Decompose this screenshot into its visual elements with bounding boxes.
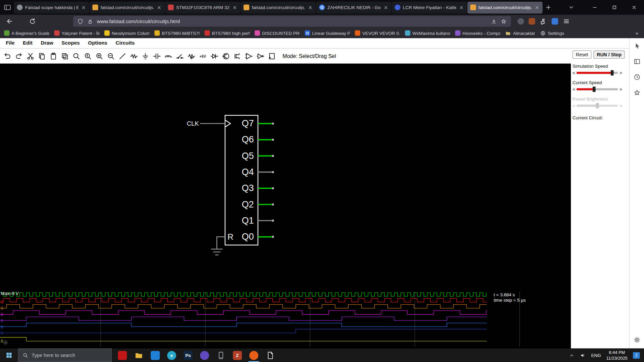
tab-close-icon[interactable]	[383, 5, 388, 10]
bookmark-item[interactable]: DISCOUNTED PRODU...	[255, 31, 300, 36]
tab-close-icon[interactable]	[232, 5, 237, 10]
language-indicator[interactable]: ENG	[591, 353, 601, 358]
bookmark-item[interactable]: WxMaxima kullanımı ...	[405, 31, 450, 36]
zoom-in-icon[interactable]	[95, 52, 103, 60]
slider-thumb[interactable]	[593, 86, 596, 92]
circuit-drawing[interactable]: CLKQ7Q6Q5Q4Q3Q2Q1Q0R	[0, 64, 571, 292]
bookmark-item[interactable]: Yalçıner Patent - İletişi...	[54, 31, 100, 36]
paste-icon[interactable]	[49, 52, 57, 60]
menu-item-draw[interactable]: Draw	[38, 40, 56, 46]
tracking-shield-icon[interactable]	[77, 18, 83, 24]
undo-icon[interactable]	[3, 52, 11, 60]
tab-close-icon[interactable]	[459, 5, 464, 10]
zoom-fit-icon[interactable]	[72, 52, 80, 60]
browser-tab[interactable]: falstad.com/circuit/circuitjs.htm	[467, 1, 542, 13]
bookmark-item[interactable]: Neodymium Columns...	[104, 31, 150, 36]
browser-tab[interactable]: GZAHIRECILIK NEDIR - Google'da	[316, 1, 391, 13]
bookmark-item[interactable]: Hooseeks - Compare ...	[455, 31, 500, 36]
reload-button[interactable]	[29, 18, 36, 25]
bookmark-item[interactable]: Alinacaklar	[505, 30, 535, 36]
bookmark-item[interactable]: BTS7960 high perform...	[205, 31, 250, 36]
menu-item-scopes[interactable]: Scopes	[59, 40, 82, 46]
back-button[interactable]	[6, 18, 13, 25]
tab-close-icon[interactable]	[534, 5, 540, 10]
bookmarks-star-icon[interactable]	[633, 89, 641, 97]
taskbar-search[interactable]	[18, 349, 112, 362]
run-stop-button[interactable]: RUN / Stop	[593, 51, 625, 59]
capacitor-icon[interactable]	[153, 52, 161, 60]
sidebar-panels-icon[interactable]	[633, 58, 641, 65]
taskbar-clock[interactable]: 6:44 PM 11/23/2025	[606, 350, 628, 361]
resistor-icon[interactable]	[130, 52, 138, 60]
settings-gear-icon[interactable]	[633, 336, 641, 344]
simulation-speed-slider[interactable]	[577, 72, 618, 74]
tab-close-icon[interactable]	[157, 5, 162, 10]
sidebar-extension-button[interactable]	[551, 18, 558, 25]
lock-icon[interactable]	[87, 18, 93, 24]
window-maximize-button[interactable]	[604, 0, 624, 15]
url-text[interactable]: www.falstad.com/circuit/circuitjs.html	[97, 18, 487, 24]
copy-icon[interactable]	[38, 52, 46, 60]
extension-button-1[interactable]	[518, 18, 524, 25]
pin-terminal-q5[interactable]	[272, 155, 274, 157]
browser-tab[interactable]: falstad.com/circuit/circuitjs.htm	[241, 1, 316, 13]
browser-tab[interactable]: LCR Metre Fiyatları - Kaliteli Mar	[392, 1, 467, 13]
menu-item-edit[interactable]: Edit	[20, 40, 35, 46]
current-speed-slider[interactable]	[577, 88, 618, 90]
switch-icon[interactable]	[176, 52, 184, 60]
your-phone-taskbar-button[interactable]	[213, 349, 229, 362]
start-button[interactable]	[0, 349, 18, 362]
extension-button-2[interactable]	[529, 18, 535, 25]
tab-list-chevron-button[interactable]	[566, 2, 577, 13]
bookmark-item[interactable]: Settings	[540, 30, 564, 36]
zoom-out-icon[interactable]	[107, 52, 115, 60]
pin-terminal-q0[interactable]	[272, 236, 274, 238]
reset-button[interactable]: Reset	[573, 51, 591, 59]
app-z-taskbar-button[interactable]: Z	[229, 349, 246, 362]
reset-wire[interactable]	[217, 237, 225, 249]
opamp-icon[interactable]	[245, 52, 253, 60]
menu-item-circuits[interactable]: Circuits	[113, 40, 137, 46]
app-red-taskbar-button[interactable]	[114, 349, 130, 362]
menu-item-options[interactable]: Options	[86, 40, 110, 46]
pin-terminal-q6[interactable]	[272, 139, 274, 141]
pin-terminal-q2[interactable]	[272, 203, 274, 205]
window-minimize-button[interactable]	[585, 0, 605, 15]
app-doc-taskbar-button[interactable]	[262, 349, 278, 362]
search-input[interactable]	[32, 352, 99, 358]
slider-thumb[interactable]	[596, 103, 599, 108]
url-bar[interactable]: www.falstad.com/circuit/circuitjs.html	[73, 16, 511, 27]
menu-item-file[interactable]: File	[3, 40, 17, 46]
window-close-button[interactable]	[624, 0, 644, 15]
new-tab-button[interactable]	[543, 2, 554, 13]
power-brightness-slider[interactable]	[577, 105, 618, 107]
bookmarks-overflow-chevron[interactable]: »	[636, 30, 640, 36]
app-media-taskbar-button[interactable]	[196, 349, 213, 362]
zoom-100-icon[interactable]	[84, 52, 92, 60]
inverter-icon[interactable]	[256, 52, 264, 60]
dff-icon[interactable]	[268, 52, 276, 60]
pin-terminal-q1[interactable]	[272, 220, 274, 222]
bookmark-item[interactable]: A Beginner's Guide To ...	[4, 31, 49, 36]
redo-icon[interactable]	[15, 52, 23, 60]
photoshop-taskbar-button[interactable]: Ps	[180, 349, 196, 362]
wire-icon[interactable]	[118, 52, 126, 60]
diode-icon[interactable]	[210, 52, 218, 60]
notification-badge[interactable]: 2	[633, 352, 640, 359]
slider-right-arrow[interactable]: >	[620, 103, 622, 108]
app-blue-taskbar-button[interactable]	[147, 349, 163, 362]
tray-expand-chevron-icon[interactable]	[569, 352, 575, 358]
tab-close-icon[interactable]	[81, 5, 86, 10]
firefox-view-icon[interactable]	[3, 3, 11, 11]
extensions-puzzle-button[interactable]	[540, 18, 547, 25]
scope-panel[interactable]: 0000000Max=5 Vt = 3.684 stime step = 5 µ…	[0, 291, 571, 348]
slider-left-arrow[interactable]: <	[573, 103, 575, 108]
pin-terminal-q7[interactable]	[272, 122, 274, 124]
file-explorer-taskbar-button[interactable]	[130, 349, 147, 362]
bookmark-item[interactable]: BTS7960-M/BTS7960 b...	[154, 31, 200, 36]
plus-5v-icon[interactable]: +5V	[199, 52, 207, 60]
history-clock-icon[interactable]	[633, 73, 641, 81]
potentiometer-icon[interactable]	[187, 52, 195, 60]
inductor-icon[interactable]	[164, 52, 172, 60]
slider-thumb[interactable]	[611, 70, 614, 75]
